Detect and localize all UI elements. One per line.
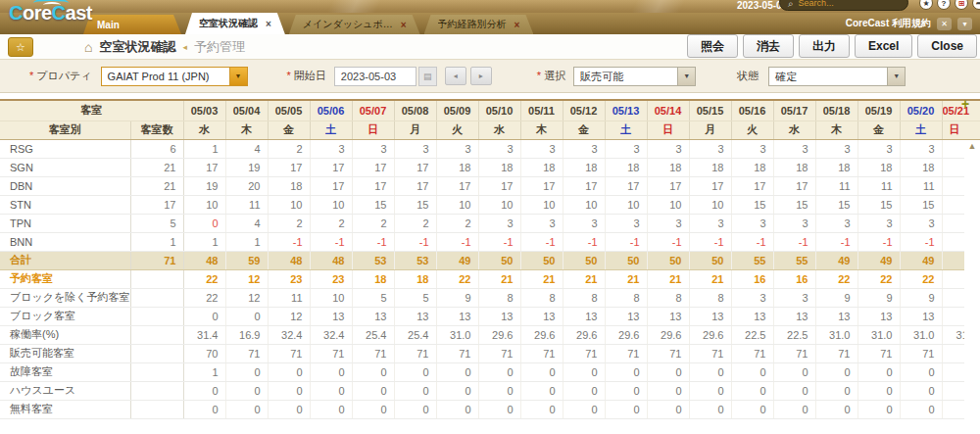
value-cell: 59: [225, 251, 268, 269]
value-cell: 15: [773, 195, 815, 214]
value-cell: 31.0: [436, 325, 478, 344]
value-cell: 3: [520, 214, 563, 232]
tab-1[interactable]: Main: [83, 15, 181, 34]
scroll-up-icon[interactable]: ▲: [964, 140, 980, 152]
chevron-down-icon[interactable]: ▾: [957, 18, 972, 30]
dropdown-arrow-icon[interactable]: ▼: [887, 67, 906, 86]
toolbar-button-出力[interactable]: 出力: [799, 34, 850, 58]
toolbar-button-消去[interactable]: 消去: [743, 34, 794, 58]
value-cell: 71: [900, 344, 942, 362]
close-icon[interactable]: ✕: [937, 18, 952, 30]
toolbar-button-Excel[interactable]: Excel: [855, 34, 912, 58]
value-cell: -1: [858, 232, 900, 251]
day-header-05/07: 日: [352, 121, 394, 139]
tab-3[interactable]: メインダッシュボ…×: [289, 15, 420, 34]
value-cell: 50: [520, 251, 563, 269]
dropdown-arrow-icon[interactable]: ▼: [677, 67, 696, 86]
value-cell: 1: [225, 232, 268, 251]
value-cell: 0: [773, 381, 815, 400]
value-cell: 2: [268, 214, 310, 232]
date-header-05/17: 05/17: [773, 100, 815, 121]
selection-select[interactable]: 販売可能 ▼: [573, 67, 696, 86]
toolbar-button-Close[interactable]: Close: [917, 34, 977, 58]
tab-close-icon[interactable]: ×: [514, 20, 520, 30]
room-count-cell: [130, 269, 183, 288]
help-icon[interactable]: ?: [937, 0, 951, 10]
room-count-cell: [130, 381, 183, 400]
value-cell: 0: [689, 362, 731, 381]
date-header-05/04: 05/04: [225, 100, 268, 121]
calendar-icon[interactable]: ▤: [418, 67, 437, 86]
grid-row-RSG: RSG6142333333333333333: [0, 139, 980, 158]
value-cell: 13: [858, 307, 900, 325]
date-header-05/07: 05/07: [352, 100, 394, 121]
value-cell: 10: [436, 195, 478, 214]
vertical-scrollbar[interactable]: ▲: [964, 140, 980, 419]
value-cell: 3: [773, 139, 815, 158]
dropdown-arrow-icon[interactable]: ▼: [229, 67, 248, 86]
value-cell: 0: [310, 400, 352, 418]
value-cell: 71: [520, 344, 563, 362]
value-cell: 55: [731, 251, 773, 269]
next-day-button[interactable]: ▸: [470, 67, 492, 85]
value-cell: 19: [225, 158, 268, 176]
value-cell: 11: [268, 288, 310, 307]
value-cell: 18: [731, 158, 773, 176]
home-icon[interactable]: ⌂: [84, 39, 92, 55]
value-cell: 18: [815, 158, 858, 176]
value-cell: 0: [647, 400, 689, 418]
tab-2[interactable]: 空室状況確認×: [185, 13, 285, 34]
room-count-cell: 6: [130, 139, 183, 158]
status-value: 確定: [768, 67, 887, 86]
global-search-input[interactable]: ⌕ Search...: [779, 0, 908, 11]
tab-close-icon[interactable]: ×: [266, 19, 271, 29]
value-cell: 0: [605, 400, 647, 418]
value-cell: 9: [900, 288, 942, 307]
room-count-cell: 5: [130, 214, 183, 232]
day-header-05/08: 月: [394, 121, 436, 139]
value-cell: 0: [436, 400, 478, 418]
breadcrumb-parent[interactable]: 予約管理: [194, 38, 245, 56]
room-count-cell: 21: [130, 158, 183, 176]
value-cell: 0: [520, 400, 563, 418]
property-label: *プロパティ: [29, 69, 92, 83]
add-column-icon[interactable]: +: [961, 97, 969, 111]
terms-link[interactable]: CoreCast 利用規約: [846, 17, 931, 30]
value-cell: 18: [605, 158, 647, 176]
selection-label: *選択: [537, 69, 565, 83]
value-cell: 25.4: [352, 325, 394, 344]
app-window: 2023-05-03 水 ⌕ Search... ★ ? ⊞ ➦ CoreCas…: [0, 0, 980, 434]
status-select[interactable]: 確定 ▼: [768, 67, 906, 86]
logout-icon[interactable]: ➦: [972, 0, 980, 10]
value-cell: 8: [520, 288, 563, 307]
value-cell: 5: [394, 288, 436, 307]
value-cell: 3: [520, 139, 563, 158]
value-cell: 71: [605, 344, 647, 362]
value-cell: 0: [310, 381, 352, 400]
toolbar-button-照会[interactable]: 照会: [687, 34, 738, 58]
tab-close-icon[interactable]: ×: [401, 20, 407, 30]
property-select[interactable]: GAIAT Prod 11 (JPN) ▼: [101, 67, 248, 86]
page-title: 空室状況確認: [99, 38, 175, 56]
value-cell: 0: [731, 400, 773, 418]
prev-day-button[interactable]: ◂: [445, 67, 466, 85]
start-date-input[interactable]: [334, 67, 416, 86]
value-cell: 3: [900, 139, 942, 158]
value-cell: 18: [900, 158, 942, 176]
favorites-star-icon[interactable]: ★: [919, 0, 933, 10]
decor-streak: [245, 0, 461, 13]
favorite-button[interactable]: ☆: [8, 37, 33, 57]
value-cell: 0: [478, 381, 520, 400]
value-cell: 50: [605, 251, 647, 269]
apps-icon[interactable]: ⊞: [955, 0, 968, 10]
value-cell: 15: [394, 195, 436, 214]
value-cell: -1: [815, 232, 858, 251]
value-cell: 71: [352, 344, 394, 362]
day-header-05/12: 金: [563, 121, 605, 139]
grid-row-SGN: SGN2117191717171718181818181818181818181…: [0, 158, 980, 176]
required-asterisk: *: [29, 70, 33, 81]
value-cell: 29.6: [647, 325, 689, 344]
tab-4[interactable]: 予約経路別分析×: [424, 15, 534, 34]
row-label: 販売可能客室: [0, 344, 130, 362]
value-cell: 23: [268, 269, 310, 288]
